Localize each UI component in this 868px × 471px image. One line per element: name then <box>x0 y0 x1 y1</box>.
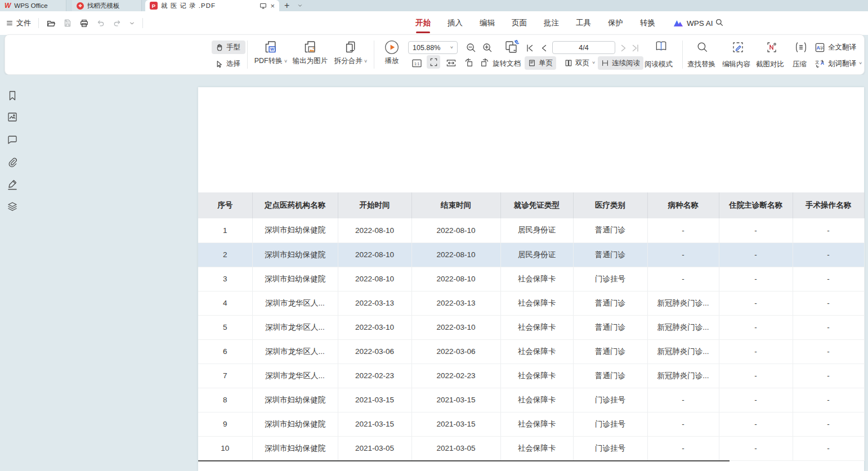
wps-ai-button[interactable]: WPS AI <box>673 11 713 35</box>
close-tab-icon[interactable]: × <box>270 2 275 10</box>
table-cell: 2022-08-10 <box>338 243 411 267</box>
compress-label[interactable]: 压缩 <box>793 60 807 69</box>
menu-item[interactable]: 编辑 <box>480 18 495 28</box>
table-cell: 新冠肺炎门诊... <box>647 291 719 315</box>
read-mode-icon[interactable] <box>654 39 669 53</box>
screenshot-compare-label[interactable]: 截图对比 <box>756 60 784 69</box>
word-translate-icon: 文A <box>815 59 825 69</box>
tab-wps-office[interactable]: W WPS Office <box>0 0 66 11</box>
table-cell: - <box>719 364 793 388</box>
history-chevron-icon[interactable] <box>129 20 135 26</box>
split-merge-button[interactable]: 拆分合并 ˅ <box>325 39 376 66</box>
new-tab-button[interactable]: + <box>284 0 289 11</box>
table-header-row: 序号定点医药机构名称开始时间结束时间就诊凭证类型医疗类别病种名称住院主诊断名称手… <box>198 192 864 218</box>
word-translate-button[interactable]: 文A 划词翻译 ˅ <box>815 57 862 70</box>
table-cell: 2021-03-05 <box>338 436 411 460</box>
table-cell: 2022-03-13 <box>338 291 411 315</box>
table-cell: - <box>719 291 793 315</box>
document-canvas[interactable]: 序号定点医药机构名称开始时间结束时间就诊凭证类型医疗类别病种名称住院主诊断名称手… <box>0 75 868 471</box>
svg-text:A: A <box>821 60 824 66</box>
zoom-level-select[interactable]: 105.88%˅ <box>408 41 458 54</box>
hand-tool-button[interactable]: 手型 <box>212 41 245 54</box>
table-cell: 新冠肺炎门诊... <box>647 315 719 339</box>
rotate-left-button[interactable] <box>463 57 474 68</box>
screenshot-compare-icon[interactable] <box>766 41 778 53</box>
toolbar: 手型 选择 W PDF转换 ˅ 输出为图片 拆分合并 ˅ <box>5 34 865 75</box>
read-mode-label[interactable]: 阅读模式 <box>645 60 673 69</box>
previous-page-button[interactable] <box>540 43 548 53</box>
single-page-button[interactable]: 单页 <box>525 56 556 70</box>
menu-item[interactable]: 转换 <box>640 18 655 28</box>
zoom-out-button[interactable] <box>466 42 477 53</box>
table-cell: 5 <box>198 315 252 339</box>
menu-item[interactable]: 页面 <box>512 18 527 28</box>
thumbnail-panel-icon[interactable] <box>7 111 18 123</box>
table-cell: 深圳市妇幼保健院 <box>252 243 338 267</box>
zoom-in-button[interactable] <box>482 42 493 53</box>
tab-list-chevron-icon[interactable] <box>297 0 303 11</box>
table-column-header: 结束时间 <box>411 192 500 218</box>
edit-content-label[interactable]: 编辑内容 <box>722 60 750 69</box>
menu-item[interactable]: 保护 <box>608 18 623 28</box>
table-cell: 深圳市妇幼保健院 <box>252 267 338 291</box>
comment-panel-icon[interactable] <box>7 134 18 145</box>
signature-icon[interactable] <box>7 178 18 191</box>
menu-search-icon[interactable] <box>715 18 724 27</box>
table-cell: 2022-03-13 <box>411 291 500 315</box>
redo-icon[interactable] <box>113 19 122 28</box>
save-icon[interactable] <box>63 19 72 28</box>
edit-content-icon[interactable] <box>732 41 744 53</box>
first-page-button[interactable] <box>525 43 534 53</box>
table-cell: 2022-03-06 <box>411 339 500 364</box>
table-row: 7深圳市龙华区人...2022-02-232022-02-23社会保障卡普通门诊… <box>198 364 864 388</box>
menu-item[interactable]: 工具 <box>576 18 591 28</box>
fit-width-button[interactable] <box>444 56 458 70</box>
tab-docer-templates[interactable]: ❖ 找稻壳模板 <box>72 0 142 11</box>
continuous-reading-button[interactable]: 连续阅读 <box>598 56 643 70</box>
next-page-button[interactable] <box>620 43 627 53</box>
page-swap-icon[interactable] <box>503 38 521 55</box>
table-cell: - <box>719 339 793 364</box>
divider <box>374 41 374 69</box>
table-cell: 社会保障卡 <box>500 339 573 364</box>
menu-item[interactable]: 批注 <box>544 18 559 28</box>
table-cell: 深圳市妇幼保健院 <box>252 412 338 436</box>
page-number-input[interactable]: 4/4 <box>552 41 615 54</box>
table-row: 2深圳市妇幼保健院2022-08-102022-08-10居民身份证普通门诊--… <box>198 243 864 267</box>
screen-share-icon[interactable] <box>259 2 267 10</box>
table-cell: 2022-08-10 <box>338 267 411 291</box>
table-cell: - <box>793 364 864 388</box>
find-replace-icon[interactable] <box>696 41 709 53</box>
file-menu[interactable]: 文件 <box>6 18 31 28</box>
fit-page-button[interactable] <box>427 55 440 69</box>
ribbon-tabs: 开始插入编辑页面批注工具保护转换 <box>415 11 655 35</box>
open-file-icon[interactable] <box>46 19 56 28</box>
layers-icon[interactable] <box>7 201 18 212</box>
menu-item[interactable]: 插入 <box>448 18 463 28</box>
find-replace-label[interactable]: 查找替换 <box>687 60 715 69</box>
table-cell: - <box>793 315 864 339</box>
last-page-button[interactable] <box>631 43 640 53</box>
play-button[interactable]: 播放 <box>379 40 405 66</box>
table-row: 3深圳市妇幼保健院2022-08-102022-08-10社会保障卡门诊挂号--… <box>198 267 864 291</box>
tab-active-document[interactable]: P 就 医 记 录 .PDF × <box>145 0 279 11</box>
table-column-header: 序号 <box>198 192 252 218</box>
rotate-right-button[interactable] <box>480 57 490 68</box>
table-cell: 2021-03-15 <box>338 388 411 412</box>
undo-icon[interactable] <box>96 19 105 28</box>
table-cell: 社会保障卡 <box>500 436 573 460</box>
rotate-document-label[interactable]: 旋转文档 <box>493 59 521 69</box>
table-cell: 深圳市龙华区人... <box>252 339 338 364</box>
menu-item[interactable]: 开始 <box>415 18 431 28</box>
actual-size-button[interactable]: 1:1 <box>410 56 423 70</box>
bookmark-icon[interactable] <box>7 90 18 101</box>
attachment-icon[interactable] <box>7 156 18 168</box>
select-tool-button[interactable]: 选择 <box>212 57 245 70</box>
double-page-button[interactable]: 双页 ˅ <box>561 56 598 70</box>
table-row: 1深圳市妇幼保健院2022-08-102022-08-10居民身份证普通门诊--… <box>198 218 864 243</box>
full-translate-button[interactable]: A字 全文翻译 <box>815 41 856 54</box>
table-cell: 普通门诊 <box>573 339 647 364</box>
print-icon[interactable] <box>79 19 89 28</box>
table-cell: 2022-02-23 <box>338 364 411 388</box>
compress-icon[interactable] <box>794 41 808 53</box>
